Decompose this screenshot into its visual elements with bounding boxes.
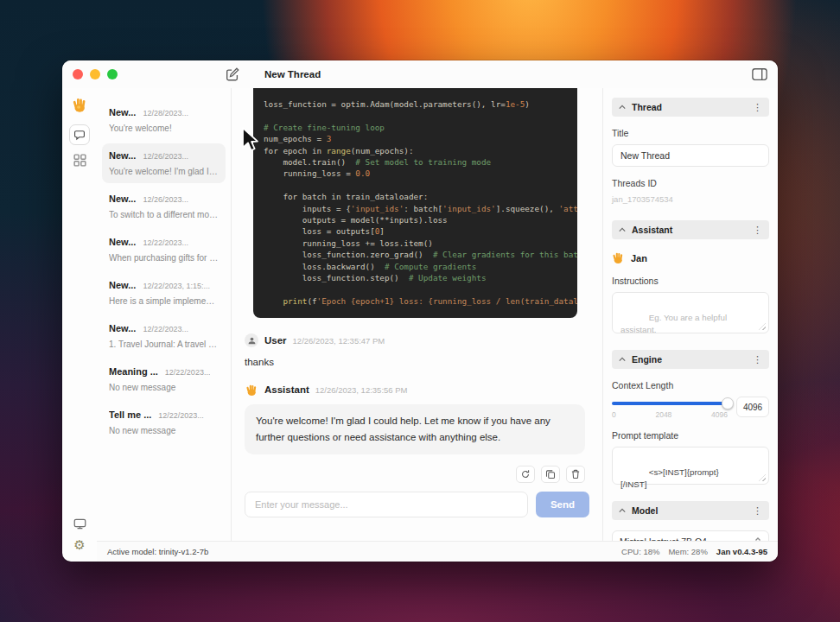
instructions-textarea[interactable]: Eg. You are a helpful assistant.: [612, 292, 769, 333]
kebab-menu-icon[interactable]: ⋮: [753, 505, 762, 517]
jan-wave-icon: [612, 251, 625, 264]
thread-list-item[interactable]: New... 12/22/2023... When purchasing gif…: [102, 230, 226, 270]
prompt-template-textarea[interactable]: <s>[INST]{prompt} [/INST]: [612, 447, 769, 485]
message-input[interactable]: [245, 492, 528, 517]
thread-item-title: New...: [109, 323, 136, 333]
section-label: Assistant: [632, 225, 747, 235]
thread-item-date: 12/22/2023...: [143, 325, 188, 333]
message-actions: [249, 466, 585, 483]
cpu-status: CPU: 18%: [621, 547, 659, 556]
thread-list-item[interactable]: New... 12/26/2023... To switch to a diff…: [102, 187, 226, 226]
settings-gear-icon[interactable]: ⚙: [73, 538, 85, 551]
app-version: Jan v0.4.3-95: [716, 547, 767, 556]
section-label: Engine: [632, 354, 747, 365]
thread-list-item[interactable]: Meaning ... 12/22/2023... No new message: [102, 359, 226, 399]
section-label: Model: [632, 505, 747, 516]
chevron-up-icon[interactable]: [619, 226, 626, 233]
code-block: loss_function = optim.Adam(model.paramet…: [253, 88, 577, 318]
thread-item-title: Meaning ...: [109, 366, 158, 377]
thread-title-input[interactable]: [612, 144, 769, 167]
instructions-label: Instructions: [612, 276, 769, 286]
status-bar: Active model: trinity-v1.2-7b CPU: 18% M…: [97, 541, 778, 562]
desktop-wallpaper: { "titlebar": { "title": "New Thread" },…: [0, 0, 840, 622]
threads-id-label: Threads ID: [612, 178, 769, 188]
titlebar: New Thread: [62, 60, 778, 88]
kebab-menu-icon[interactable]: ⋮: [753, 225, 762, 236]
message-timestamp: 12/26/2023, 12:35:56 PM: [315, 385, 408, 395]
context-length-slider[interactable]: [612, 402, 728, 405]
right-panel: Thread ⋮ Title Threads ID jan_1703574534…: [603, 88, 778, 541]
assistant-avatar-wave-icon: [245, 383, 258, 397]
resize-handle[interactable]: [759, 474, 766, 481]
message-role: Assistant: [264, 384, 309, 395]
assistant-name: Jan: [631, 253, 647, 263]
thread-item-date: 12/28/2023...: [143, 109, 188, 117]
kebab-menu-icon[interactable]: ⋮: [753, 354, 762, 365]
prompt-template-value: <s>[INST]{prompt} [/INST]: [620, 467, 719, 489]
thread-list-item[interactable]: Tell me ... 12/22/2023... No new message: [102, 403, 226, 442]
thread-item-preview: When purchasing gifts for in-...: [109, 253, 219, 263]
thread-list-item[interactable]: New... 12/28/2023... You're welcome!: [102, 100, 226, 140]
thread-item-date: 12/22/2023, 1:15:...: [143, 282, 210, 290]
thread-item-title: New...: [109, 237, 136, 247]
message-role: User: [264, 335, 287, 346]
memory-status: Mem: 28%: [668, 547, 707, 556]
copy-button[interactable]: [541, 466, 560, 483]
thread-list-item[interactable]: New... 12/26/2023... You're welcome! I'm…: [102, 143, 226, 183]
thread-item-preview: To switch to a different model,...: [109, 210, 219, 219]
message-input-row: Send: [245, 492, 589, 517]
model-select[interactable]: Mistral Instruct 7B Q4: [612, 530, 769, 541]
thread-item-preview: You're welcome!: [109, 124, 219, 133]
delete-button[interactable]: [566, 466, 585, 483]
send-button[interactable]: Send: [536, 492, 589, 517]
jan-app-window: New Thread: [62, 60, 778, 562]
minimize-window-button[interactable]: [90, 69, 100, 79]
thread-item-date: 12/22/2023...: [158, 411, 204, 420]
thread-item-preview: No new message: [109, 383, 219, 392]
slider-ticks: 0 2048 4096: [612, 410, 728, 419]
kebab-menu-icon[interactable]: ⋮: [753, 102, 762, 113]
assistant-message-text: You're welcome! I'm glad I could help. L…: [245, 404, 585, 454]
thread-list-item[interactable]: New... 12/22/2023, 1:15:... Here is a si…: [102, 273, 226, 313]
thread-item-title: Tell me ...: [109, 409, 151, 420]
chat-area: loss_function = optim.Adam(model.paramet…: [232, 88, 603, 541]
thread-item-preview: 1. Travel Journal: A travel journ...: [109, 340, 219, 349]
thread-item-preview: Here is a simple implementati...: [109, 296, 219, 306]
title-label: Title: [612, 128, 769, 138]
thread-list: New... 12/28/2023... You're welcome! New…: [97, 88, 232, 541]
system-monitor-icon[interactable]: [73, 517, 86, 530]
close-window-button[interactable]: [73, 69, 83, 79]
thread-item-date: 12/26/2023...: [143, 195, 188, 204]
context-length-control: 0 2048 4096 4096: [612, 397, 769, 419]
regenerate-button[interactable]: [516, 466, 535, 483]
instructions-placeholder: Eg. You are a helpful assistant.: [620, 313, 729, 334]
nav-hub-grid-icon[interactable]: [73, 154, 86, 167]
window-title: New Thread: [264, 69, 321, 79]
prompt-template-label: Prompt template: [612, 430, 769, 441]
threads-id-value: jan_1703574534: [612, 194, 769, 204]
chevron-up-icon[interactable]: [619, 104, 626, 111]
thread-item-title: New...: [109, 150, 136, 161]
nav-chat-button[interactable]: [69, 124, 90, 145]
thread-item-date: 12/26/2023...: [143, 152, 188, 161]
user-message-text: thanks: [245, 357, 589, 367]
section-header-thread[interactable]: Thread ⋮: [612, 98, 769, 117]
message-timestamp: 12/26/2023, 12:35:47 PM: [293, 336, 385, 346]
active-model-status: Active model: trinity-v1.2-7b: [107, 547, 208, 556]
context-length-value[interactable]: 4096: [736, 397, 769, 417]
thread-item-preview: No new message: [109, 426, 219, 435]
zoom-window-button[interactable]: [107, 69, 118, 79]
traffic-lights: [73, 69, 118, 79]
section-header-assistant[interactable]: Assistant ⋮: [612, 220, 769, 239]
user-message-header: User 12/26/2023, 12:35:47 PM: [245, 333, 589, 347]
thread-item-title: New...: [109, 280, 136, 290]
thread-item-date: 12/22/2023...: [143, 238, 188, 247]
assistant-identity: Jan: [612, 251, 769, 264]
thread-list-item[interactable]: New... 12/22/2023... 1. Travel Journal: …: [102, 316, 226, 356]
slider-knob[interactable]: [722, 397, 734, 409]
resize-handle[interactable]: [759, 323, 766, 330]
assistant-message-header: Assistant 12/26/2023, 12:35:56 PM: [245, 383, 589, 397]
toggle-right-panel-icon[interactable]: [752, 67, 767, 81]
thread-item-title: New...: [109, 107, 136, 117]
new-thread-compose-icon[interactable]: [225, 67, 240, 82]
